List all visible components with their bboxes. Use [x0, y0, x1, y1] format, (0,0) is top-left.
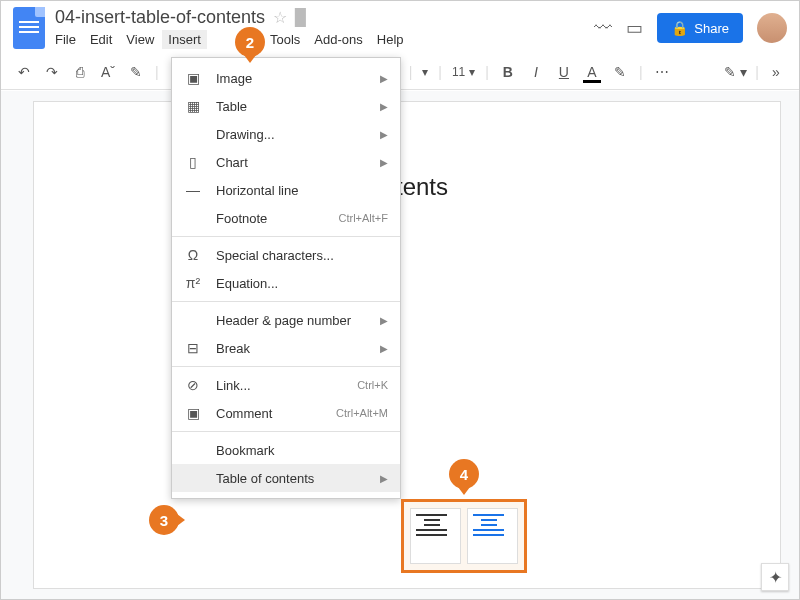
menu-file[interactable]: File [55, 32, 76, 47]
menu-item-special-characters[interactable]: ΩSpecial characters... [172, 241, 400, 269]
chart-icon: ▯ [184, 153, 202, 171]
menu-item-drawing[interactable]: Drawing...▶ [172, 120, 400, 148]
share-button[interactable]: 🔒 Share [657, 13, 743, 43]
share-label: Share [694, 21, 729, 36]
menu-item-break[interactable]: ⊟Break▶ [172, 334, 400, 362]
star-icon[interactable]: ☆ [273, 8, 287, 27]
separator: | [755, 64, 759, 80]
menu-view[interactable]: View [126, 32, 154, 47]
menu-tools[interactable]: Tools [270, 32, 300, 47]
separator: | [409, 64, 413, 80]
editing-mode-icon[interactable]: ✎ ▾ [724, 64, 747, 80]
underline-icon[interactable]: U [555, 63, 573, 81]
expand-icon[interactable]: » [767, 63, 785, 81]
menu-item-comment[interactable]: ▣CommentCtrl+Alt+M [172, 399, 400, 427]
submenu-arrow-icon: ▶ [380, 343, 388, 354]
menu-item-bookmark[interactable]: Bookmark [172, 436, 400, 464]
toc-option-links[interactable] [467, 508, 518, 564]
menu-help[interactable]: Help [377, 32, 404, 47]
callout-badge-4: 4 [449, 459, 479, 489]
menu-separator [172, 366, 400, 367]
break-icon: ⊟ [184, 339, 202, 357]
insert-menu-dropdown: ▣Image▶ ▦Table▶ Drawing...▶ ▯Chart▶ —Hor… [171, 57, 401, 499]
menu-bar: File Edit View Insert Format Tools Add-o… [55, 32, 594, 47]
table-icon: ▦ [184, 97, 202, 115]
comment-icon: ▣ [184, 404, 202, 422]
omega-icon: Ω [184, 246, 202, 264]
lock-icon: 🔒 [671, 20, 688, 36]
menu-addons[interactable]: Add-ons [314, 32, 362, 47]
menu-separator [172, 431, 400, 432]
menu-item-horizontal-line[interactable]: —Horizontal line [172, 176, 400, 204]
submenu-arrow-icon: ▶ [380, 73, 388, 84]
image-icon: ▣ [184, 69, 202, 87]
text-color-icon[interactable]: A [583, 63, 601, 81]
print-icon[interactable]: ⎙ [71, 63, 89, 81]
menu-item-chart[interactable]: ▯Chart▶ [172, 148, 400, 176]
bold-icon[interactable]: B [499, 63, 517, 81]
highlight-icon[interactable]: ✎ [611, 63, 629, 81]
menu-separator [172, 236, 400, 237]
undo-icon[interactable]: ↶ [15, 63, 33, 81]
more-tools-icon[interactable]: ⋯ [653, 63, 671, 81]
menu-edit[interactable]: Edit [90, 32, 112, 47]
submenu-arrow-icon: ▶ [380, 129, 388, 140]
open-comments-icon[interactable]: ▭ [626, 17, 643, 39]
menu-item-header-page-number[interactable]: Header & page number▶ [172, 306, 400, 334]
font-size-selector[interactable]: 11 ▾ [452, 65, 475, 79]
docs-logo-icon[interactable] [13, 7, 45, 49]
explore-button[interactable]: ✦ [761, 563, 789, 591]
menu-separator [172, 301, 400, 302]
pi-icon: π² [184, 274, 202, 292]
callout-badge-3: 3 [149, 505, 179, 535]
link-icon: ⊘ [184, 376, 202, 394]
separator: | [155, 64, 159, 80]
document-title[interactable]: 04-insert-table-of-contents [55, 7, 265, 28]
redo-icon[interactable]: ↷ [43, 63, 61, 81]
submenu-arrow-icon: ▶ [380, 473, 388, 484]
account-avatar[interactable] [757, 13, 787, 43]
callout-badge-2: 2 [235, 27, 265, 57]
separator: | [639, 64, 643, 80]
italic-icon[interactable]: I [527, 63, 545, 81]
menu-item-table[interactable]: ▦Table▶ [172, 92, 400, 120]
menu-item-link[interactable]: ⊘Link...Ctrl+K [172, 371, 400, 399]
menu-item-footnote[interactable]: FootnoteCtrl+Alt+F [172, 204, 400, 232]
move-folder-icon[interactable]: ▉ [295, 8, 307, 27]
paint-format-icon[interactable]: ✎ [127, 63, 145, 81]
separator: | [485, 64, 489, 80]
submenu-arrow-icon: ▶ [380, 157, 388, 168]
menu-insert[interactable]: Insert [162, 30, 207, 49]
spellcheck-icon[interactable]: Aˇ [99, 63, 117, 81]
hr-icon: — [184, 181, 202, 199]
toc-submenu [401, 499, 527, 573]
submenu-arrow-icon: ▶ [380, 101, 388, 112]
menu-item-equation[interactable]: π²Equation... [172, 269, 400, 297]
menu-item-table-of-contents[interactable]: Table of contents▶ [172, 464, 400, 492]
separator: | [438, 64, 442, 80]
font-family-selector[interactable]: ▾ [422, 65, 428, 79]
menu-item-image[interactable]: ▣Image▶ [172, 64, 400, 92]
submenu-arrow-icon: ▶ [380, 315, 388, 326]
toc-option-plain[interactable] [410, 508, 461, 564]
activity-icon[interactable]: 〰 [594, 18, 612, 39]
